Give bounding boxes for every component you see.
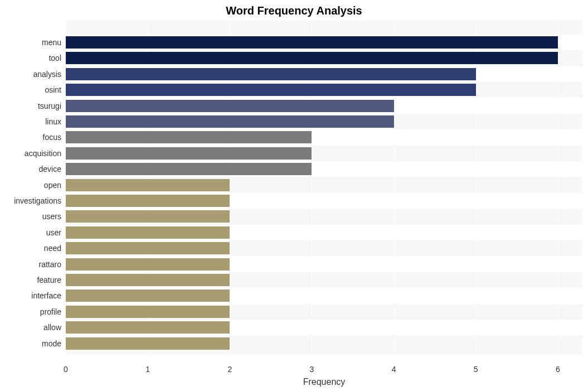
bar-tool [66, 52, 558, 64]
bar-device [66, 163, 312, 175]
x-tick-label: 3 [310, 365, 314, 374]
bar-open [66, 179, 230, 191]
y-tick-label: device [39, 165, 61, 173]
x-tick-label: 6 [556, 365, 560, 374]
bar-allow [66, 321, 230, 334]
chart-title: Word Frequency Analysis [0, 4, 588, 17]
bar-menu [66, 36, 558, 49]
y-tick-label: need [44, 244, 61, 253]
bar-profile [66, 306, 230, 318]
y-tick-label: user [46, 228, 61, 237]
bar-linux [66, 115, 394, 128]
y-tick-label: profile [40, 307, 61, 316]
x-tick-label: 2 [227, 365, 232, 374]
y-tick-label: rattaro [39, 260, 61, 269]
y-tick-label: allow [43, 323, 61, 332]
bar-feature [66, 274, 230, 286]
plot-area [66, 20, 582, 355]
y-tick-label: feature [37, 276, 61, 284]
y-tick-label: osint [45, 85, 61, 94]
bar-focus [66, 131, 312, 143]
bar-investigations [66, 195, 230, 207]
bar-interface [66, 289, 230, 302]
bar-analysis [66, 68, 476, 80]
y-tick-label: mode [42, 339, 61, 348]
bar-user [66, 226, 230, 239]
y-axis-labels: menutoolanalysisosinttsurugilinuxfocusac… [0, 20, 61, 355]
bar-users [66, 210, 230, 223]
x-tick-label: 5 [474, 365, 478, 374]
y-tick-label: open [44, 181, 61, 190]
y-tick-label: users [42, 212, 61, 221]
x-tick-label: 1 [145, 365, 150, 374]
x-tick-label: 0 [64, 365, 68, 374]
bar-mode [66, 337, 230, 350]
y-tick-label: tool [48, 54, 61, 62]
y-tick-label: menu [42, 38, 61, 47]
bar-tsurugi [66, 100, 394, 112]
x-axis-ticks: 0123456 [66, 355, 582, 377]
bar-acquisition [66, 147, 312, 160]
y-tick-label: investigations [14, 196, 61, 205]
y-tick-label: acquisition [25, 149, 61, 158]
x-tick-label: 4 [392, 365, 396, 374]
y-tick-label: focus [43, 133, 61, 142]
y-tick-label: interface [31, 291, 61, 300]
bars-layer [66, 20, 582, 355]
bar-osint [66, 84, 476, 96]
chart-container: Word Frequency Analysis menutoolanalysis… [0, 0, 588, 391]
y-tick-label: tsurugi [38, 102, 61, 110]
bar-need [66, 242, 230, 254]
x-axis-label: Frequency [66, 377, 582, 387]
bar-rattaro [66, 258, 230, 271]
y-tick-label: analysis [33, 70, 61, 79]
y-tick-label: linux [45, 117, 61, 126]
